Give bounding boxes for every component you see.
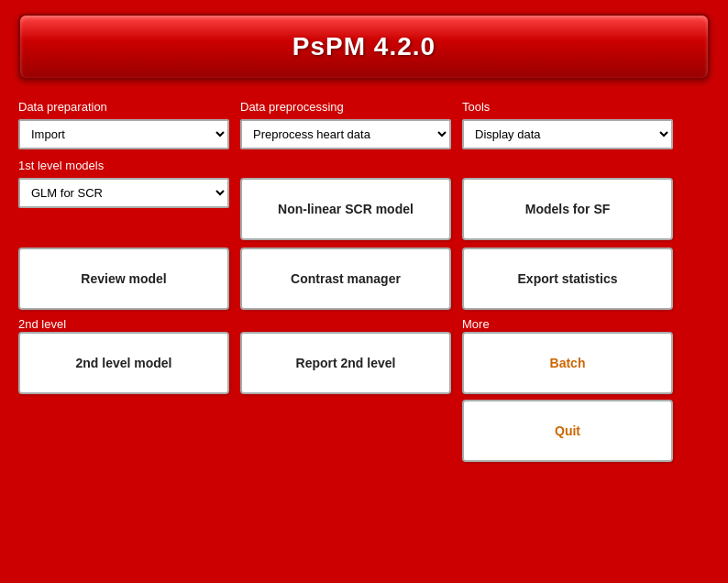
more-label: More — [462, 317, 490, 331]
data-preparation-select[interactable]: Import Export Trim Merge — [18, 119, 229, 149]
title-bar: PsPM 4.2.0 — [18, 14, 710, 80]
export-statistics-button[interactable]: Export statistics — [462, 248, 673, 310]
second-level-model-group: 2nd level model — [18, 332, 229, 394]
app-title: PsPM 4.2.0 — [292, 32, 436, 60]
first-level-dropdown-group: GLM for SCR DCM for SCR SF model — [18, 178, 229, 240]
non-linear-scr-button[interactable]: Non-linear SCR model — [240, 178, 451, 240]
report-2nd-level-button[interactable]: Report 2nd level — [240, 332, 451, 394]
empty-col-2 — [240, 400, 451, 462]
non-linear-scr-group: Non-linear SCR model — [240, 178, 451, 240]
tools-label: Tools — [462, 100, 673, 114]
contrast-manager-button[interactable]: Contrast manager — [240, 248, 451, 310]
empty-label — [240, 315, 451, 332]
review-model-button[interactable]: Review model — [18, 248, 229, 310]
report-2nd-level-group: Report 2nd level — [240, 332, 451, 394]
models-for-sf-button[interactable]: Models for SF — [462, 178, 673, 240]
data-preprocessing-label: Data preprocessing — [240, 100, 451, 114]
labels-row: 2nd level More — [18, 315, 710, 332]
review-row: Review model Contrast manager Export sta… — [18, 248, 710, 310]
tools-group: Tools Display data Rename channel Conver… — [462, 96, 673, 149]
models-for-sf-group: Models for SF — [462, 178, 673, 240]
data-preparation-group: Data preparation Import Export Trim Merg… — [18, 96, 229, 149]
second-level-model-button[interactable]: 2nd level model — [18, 332, 229, 394]
quit-group: Quit — [462, 400, 673, 462]
main-container: PsPM 4.2.0 Data preparation Import Expor… — [0, 0, 728, 583]
tools-select[interactable]: Display data Rename channel Convert data — [462, 119, 673, 149]
first-level-select[interactable]: GLM for SCR DCM for SCR SF model — [18, 178, 229, 208]
more-label-container: More — [462, 315, 673, 332]
models-row: GLM for SCR DCM for SCR SF model Non-lin… — [18, 178, 710, 240]
data-preparation-label: Data preparation — [18, 100, 229, 114]
first-level-section: 1st level models GLM for SCR DCM for SCR… — [18, 159, 710, 240]
second-level-label: 2nd level — [18, 317, 66, 331]
first-level-label: 1st level models — [18, 159, 710, 172]
quit-button[interactable]: Quit — [462, 400, 673, 462]
quit-row: Quit — [18, 400, 710, 462]
batch-group: Batch — [462, 332, 673, 394]
export-statistics-group: Export statistics — [462, 248, 673, 310]
review-model-group: Review model — [18, 248, 229, 310]
data-preprocessing-select[interactable]: Preprocess heart data Preprocess SCR dat… — [240, 119, 451, 149]
second-level-label-container: 2nd level — [18, 315, 229, 332]
data-preprocessing-group: Data preprocessing Preprocess heart data… — [240, 96, 451, 149]
second-level-row: 2nd level model Report 2nd level Batch — [18, 332, 710, 394]
contrast-manager-group: Contrast manager — [240, 248, 451, 310]
batch-button[interactable]: Batch — [462, 332, 673, 394]
empty-col-1 — [18, 400, 229, 462]
dropdowns-row: Data preparation Import Export Trim Merg… — [18, 96, 710, 149]
